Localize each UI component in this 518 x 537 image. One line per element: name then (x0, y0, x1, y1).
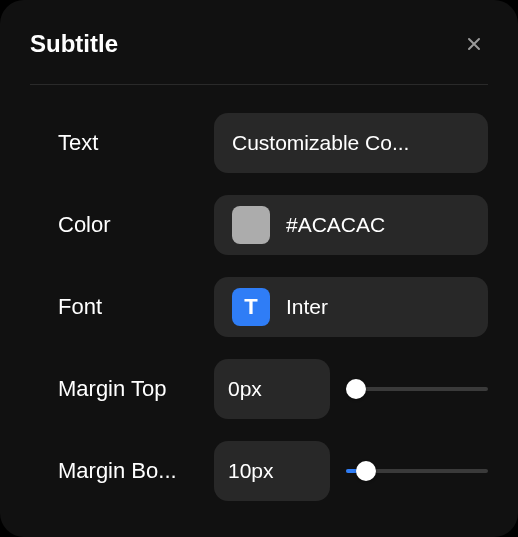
panel-rows: Text Customizable Co... Color #ACACAC Fo… (30, 113, 488, 501)
text-input[interactable]: Customizable Co... (214, 113, 488, 173)
margin-top-slider[interactable] (346, 379, 488, 399)
slider-thumb[interactable] (356, 461, 376, 481)
panel-title: Subtitle (30, 30, 118, 58)
row-text: Text Customizable Co... (58, 113, 488, 173)
row-margin-top: Margin Top 0px (58, 359, 488, 419)
subtitle-panel: Subtitle Text Customizable Co... Color #… (0, 0, 518, 537)
row-font: Font T Inter (58, 277, 488, 337)
text-value: Customizable Co... (232, 131, 470, 155)
panel-header: Subtitle (30, 30, 488, 85)
margin-top-value: 0px (228, 377, 314, 401)
margin-top-input[interactable]: 0px (214, 359, 330, 419)
color-value: #ACACAC (286, 213, 470, 237)
row-margin-bottom: Margin Bo... 10px (58, 441, 488, 501)
margin-bottom-slider[interactable] (346, 461, 488, 481)
font-input[interactable]: T Inter (214, 277, 488, 337)
color-input[interactable]: #ACACAC (214, 195, 488, 255)
color-swatch[interactable] (232, 206, 270, 244)
label-font: Font (58, 294, 198, 320)
slider-thumb[interactable] (346, 379, 366, 399)
label-color: Color (58, 212, 198, 238)
margin-bottom-input[interactable]: 10px (214, 441, 330, 501)
row-color: Color #ACACAC (58, 195, 488, 255)
label-text: Text (58, 130, 198, 156)
slider-track (346, 387, 488, 391)
margin-top-slider-wrap (346, 379, 488, 399)
label-margin-bottom: Margin Bo... (58, 458, 198, 484)
font-icon: T (232, 288, 270, 326)
margin-bottom-value: 10px (228, 459, 314, 483)
margin-bottom-slider-wrap (346, 461, 488, 481)
close-icon (464, 34, 484, 54)
close-button[interactable] (460, 30, 488, 58)
font-value: Inter (286, 295, 470, 319)
label-margin-top: Margin Top (58, 376, 198, 402)
